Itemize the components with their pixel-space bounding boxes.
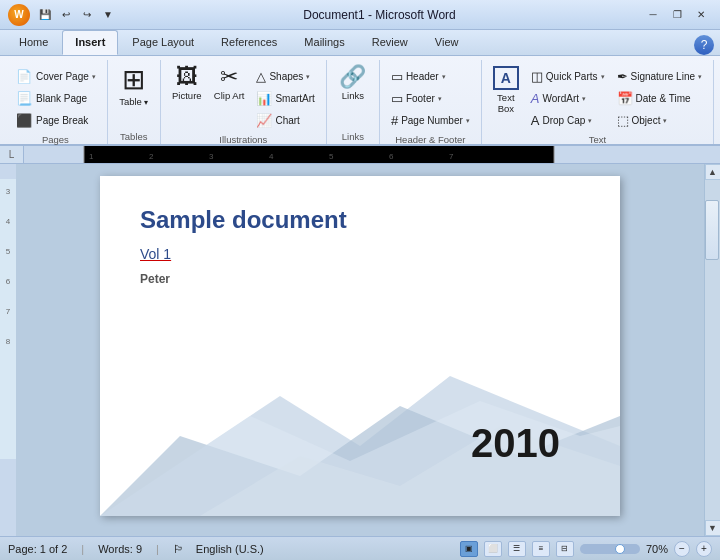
window-controls: ─ ❐ ✕ — [642, 6, 712, 24]
document-volume: Vol 1 — [140, 246, 580, 262]
tab-page-layout[interactable]: Page Layout — [119, 30, 207, 55]
wordart-icon: A — [531, 91, 540, 106]
cover-page-arrow: ▾ — [92, 73, 96, 81]
quick-parts-button[interactable]: ◫ Quick Parts ▾ — [526, 66, 610, 87]
minimize-button[interactable]: ─ — [642, 6, 664, 24]
svg-rect-13 — [0, 164, 16, 179]
wordart-button[interactable]: A WordArt ▾ — [526, 88, 610, 109]
quick-parts-label: Quick Parts — [546, 71, 598, 82]
chart-button[interactable]: 📈 Chart — [251, 110, 319, 131]
shapes-button[interactable]: △ Shapes ▾ — [251, 66, 319, 87]
zoom-out-btn[interactable]: − — [674, 541, 690, 557]
footer-icon: ▭ — [391, 91, 403, 106]
status-sep-1: | — [81, 543, 84, 555]
customize-quick-btn[interactable]: ▼ — [99, 6, 117, 24]
text-buttons: A TextBox ◫ Quick Parts ▾ A WordArt ▾ A … — [488, 60, 707, 131]
blank-page-button[interactable]: 📃 Blank Page — [10, 88, 101, 109]
office-logo-icon[interactable]: W — [8, 4, 30, 26]
page-number-button[interactable]: # Page Number ▾ — [386, 110, 475, 131]
tab-references[interactable]: References — [208, 30, 290, 55]
scroll-thumb[interactable] — [705, 200, 719, 260]
undo-quick-btn[interactable]: ↩ — [57, 6, 75, 24]
restore-button[interactable]: ❐ — [666, 6, 688, 24]
svg-text:7: 7 — [449, 152, 454, 161]
text-box-button[interactable]: A TextBox — [488, 63, 524, 118]
svg-text:4: 4 — [5, 217, 10, 226]
object-button[interactable]: ⬚ Object ▾ — [612, 110, 708, 131]
svg-text:6: 6 — [389, 152, 394, 161]
help-button[interactable]: ? — [694, 35, 714, 55]
zoom-slider-thumb[interactable] — [615, 544, 625, 554]
tab-review[interactable]: Review — [359, 30, 421, 55]
pages-btn-list: 📄 Cover Page ▾ 📃 Blank Page ⬛ Page Break — [10, 63, 101, 131]
header-label: Header — [406, 71, 439, 82]
date-time-label: Date & Time — [636, 93, 691, 104]
tables-buttons: ⊞ Table ▾ — [114, 60, 154, 128]
outline-btn[interactable]: ≡ — [532, 541, 550, 557]
chart-label: Chart — [275, 115, 299, 126]
ribbon-group-header-footer: ▭ Header ▾ ▭ Footer ▾ # Page Number ▾ He… — [380, 60, 482, 144]
wordart-label: WordArt — [543, 93, 580, 104]
ruler-corner[interactable]: L — [0, 146, 24, 164]
table-button[interactable]: ⊞ Table ▾ — [114, 63, 154, 111]
close-button[interactable]: ✕ — [690, 6, 712, 24]
header-footer-group-label: Header & Footer — [386, 131, 475, 147]
links-icon: 🔗 — [339, 66, 366, 88]
header-button[interactable]: ▭ Header ▾ — [386, 66, 475, 87]
web-layout-btn[interactable]: ☰ — [508, 541, 526, 557]
page-break-button[interactable]: ⬛ Page Break — [10, 110, 101, 131]
text-box-label: TextBox — [497, 92, 514, 115]
header-footer-buttons: ▭ Header ▾ ▭ Footer ▾ # Page Number ▾ — [386, 60, 475, 131]
drop-cap-arrow: ▾ — [588, 117, 592, 125]
blank-page-label: Blank Page — [36, 93, 87, 104]
shapes-label: Shapes — [269, 71, 303, 82]
redo-quick-btn[interactable]: ↪ — [78, 6, 96, 24]
drop-cap-button[interactable]: A Drop Cap ▾ — [526, 110, 610, 131]
document-author: Peter — [140, 272, 580, 286]
footer-button[interactable]: ▭ Footer ▾ — [386, 88, 475, 109]
ribbon-group-text: A TextBox ◫ Quick Parts ▾ A WordArt ▾ A … — [482, 60, 714, 144]
links-buttons: 🔗 Links — [333, 60, 373, 128]
full-screen-btn[interactable]: ⬜ — [484, 541, 502, 557]
scroll-down-arrow[interactable]: ▼ — [705, 520, 721, 536]
footer-arrow: ▾ — [438, 95, 442, 103]
svg-text:5: 5 — [5, 247, 10, 256]
save-quick-btn[interactable]: 💾 — [36, 6, 54, 24]
cover-page-button[interactable]: 📄 Cover Page ▾ — [10, 66, 101, 87]
draft-btn[interactable]: ⊟ — [556, 541, 574, 557]
svg-text:4: 4 — [269, 152, 274, 161]
text-col: ◫ Quick Parts ▾ A WordArt ▾ A Drop Cap ▾ — [526, 63, 610, 131]
object-label: Object — [632, 115, 661, 126]
cover-page-icon: 📄 — [15, 69, 33, 84]
scrollbar-vertical: ▲ ▼ — [704, 164, 720, 536]
zoom-slider[interactable] — [580, 544, 640, 554]
smartart-button[interactable]: 📊 SmartArt — [251, 88, 319, 109]
tab-home[interactable]: Home — [6, 30, 61, 55]
date-time-button[interactable]: 📅 Date & Time — [612, 88, 708, 109]
document-title: Sample document — [140, 206, 580, 234]
tab-view[interactable]: View — [422, 30, 472, 55]
links-button[interactable]: 🔗 Links — [333, 63, 373, 104]
table-label: Table ▾ — [119, 96, 148, 108]
print-layout-btn[interactable]: ▣ — [460, 541, 478, 557]
tab-mailings[interactable]: Mailings — [291, 30, 357, 55]
ribbon-group-symbols: π Equation ▾ Ω Symbol ▾ # Number Symbols — [714, 60, 720, 144]
ruler-area: L 1 2 3 4 5 6 7 — [0, 146, 720, 164]
object-arrow: ▾ — [663, 117, 667, 125]
main-area: 3 4 5 6 7 8 Sample document Vol 1 Peter … — [0, 164, 720, 536]
clip-art-button[interactable]: ✂ Clip Art — [209, 63, 250, 104]
svg-text:3: 3 — [5, 187, 10, 196]
clip-art-icon: ✂ — [220, 66, 238, 88]
tab-insert[interactable]: Insert — [62, 30, 118, 55]
ruler-vertical: 3 4 5 6 7 8 — [0, 164, 16, 536]
signature-line-button[interactable]: ✒ Signature Line ▾ — [612, 66, 708, 87]
illustrations-buttons: 🖼 Picture ✂ Clip Art △ Shapes ▾ 📊 SmartA… — [167, 60, 320, 131]
text-box-icon: A — [493, 66, 519, 90]
scroll-up-arrow[interactable]: ▲ — [705, 164, 721, 180]
quick-parts-icon: ◫ — [531, 69, 543, 84]
picture-button[interactable]: 🖼 Picture — [167, 63, 207, 104]
text-group-label: Text — [488, 131, 707, 147]
zoom-in-btn[interactable]: + — [696, 541, 712, 557]
sig-arrow: ▾ — [698, 73, 702, 81]
svg-text:2: 2 — [149, 152, 154, 161]
